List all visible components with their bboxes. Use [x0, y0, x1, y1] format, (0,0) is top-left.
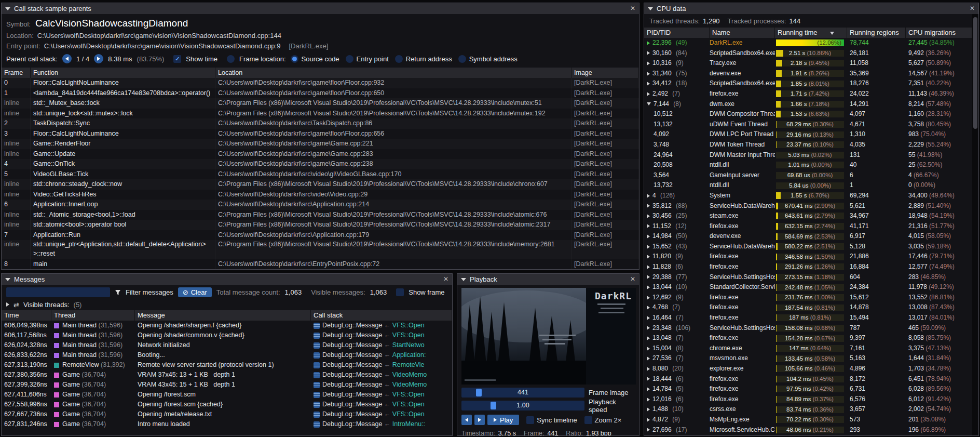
expand-arrow-icon[interactable]	[647, 326, 650, 330]
cpu-row[interactable]: 1,488 (10)csrss.exe83.74 ms (0.36%)3,657…	[644, 404, 972, 415]
expand-arrow-icon[interactable]	[647, 377, 650, 381]
expand-arrow-icon[interactable]	[647, 234, 650, 239]
cpu-row[interactable]: 29,388 (77)ServiceHub.SettingsHost273.15…	[644, 272, 972, 283]
callstack-row[interactable]: 4Game::OnTickC:\Users\wolf\Desktop\darkr…	[2, 159, 639, 169]
column-header[interactable]: Name	[710, 28, 775, 38]
show-frame-checkbox[interactable]	[396, 288, 404, 296]
prev-parent-button[interactable]	[62, 54, 72, 63]
callstack-row[interactable]: 2TaskDispatch::SyncC:\Users\wolf\Desktop…	[2, 118, 639, 129]
cpu-row[interactable]: 3,564GameInput server69.68 us (0.00%)64 …	[644, 170, 972, 181]
sync-timeline-checkbox[interactable]	[526, 416, 534, 424]
expand-arrow-icon[interactable]	[647, 296, 650, 300]
expand-arrow-icon[interactable]	[647, 407, 650, 412]
message-row[interactable]: 626,024,328nsMain thread (31,596)Network…	[2, 340, 452, 350]
cpu-row[interactable]: 4,872 (9)MsMpEng.exe70.22 ms (0.30%)5732…	[644, 415, 972, 425]
cpu-row[interactable]: 16,464 (7)firefox.exe187 ms (0.81%)15,49…	[644, 313, 972, 323]
column-header[interactable]: PID/TID	[644, 28, 710, 38]
visible-threads-label[interactable]: Visible threads:	[23, 301, 70, 309]
collapse-arrow-icon[interactable]	[461, 278, 466, 281]
message-row[interactable]: 627,831,246nsGame (36,704)Intro menu loa…	[2, 419, 452, 429]
clear-button[interactable]: ⊘ Clear	[178, 287, 212, 297]
column-header[interactable]: Frame	[2, 68, 31, 78]
cpu-row[interactable]: 27,536 (7)msvsmon.exe133.45 ms (0.58%)5,…	[644, 353, 972, 364]
scrollbar-thumb[interactable]	[973, 17, 977, 129]
column-header[interactable]: Running time	[775, 28, 847, 38]
prev-frame-button[interactable]	[461, 415, 472, 425]
message-row[interactable]: 627,558,996nsGame (36,704)Opening /fores…	[2, 400, 452, 409]
expand-arrow-icon[interactable]	[647, 306, 650, 310]
show-time-checkbox[interactable]	[173, 55, 181, 63]
message-row[interactable]: 627,380,356nsGame (36,704)VRAM 37x45: 13…	[2, 370, 452, 380]
cpu-row[interactable]: 4,092DWM LPC Port Thread29.16 ms (0.13%)…	[644, 129, 972, 140]
filter-input[interactable]	[6, 287, 110, 297]
expand-arrow-icon[interactable]	[647, 51, 650, 55]
expand-arrow-icon[interactable]	[647, 204, 650, 208]
cpu-row[interactable]: 34,412 (18)ScriptedSandbox64.exe1.85 s (…	[644, 78, 972, 89]
expand-arrow-icon[interactable]	[647, 255, 650, 259]
cpu-row[interactable]: 15,652 (43)ServiceHub.DataWarehous580.22…	[644, 242, 972, 252]
play-button[interactable]: Play	[487, 415, 519, 425]
cpu-row[interactable]: 24,964DWM Master Input Thread5.03 ms (0.…	[644, 150, 972, 161]
cpu-row[interactable]: 10,512DWM Compositor Thread1.53 s (6.63%…	[644, 109, 972, 120]
close-icon[interactable]: ✕	[970, 3, 975, 14]
callstack-row[interactable]: 6Application::InnerLoopC:\Users\wolf\Des…	[2, 200, 639, 210]
cpu-row[interactable]: 2,492 (7)firefox.exe1.71 s (7.42%)24,022…	[644, 89, 972, 99]
cpu-row[interactable]: 15,004 (8)chrome.exe147 ms (0.64%)7,1613…	[644, 343, 972, 354]
callstack-row[interactable]: inlineGame::UpdateC:\Users\wolf\Desktop\…	[2, 149, 639, 160]
column-header[interactable]: Time	[2, 310, 51, 321]
cpu-row[interactable]: 7,144 (8)dwm.exe1.66 s (7.18%)14,2918,21…	[644, 99, 972, 110]
expand-arrow-icon[interactable]	[647, 265, 650, 269]
callstack-row[interactable]: inlinestd::_Atomic_storage<bool,1>::load…	[2, 210, 639, 220]
expand-arrow-icon[interactable]	[647, 428, 650, 432]
message-row[interactable]: 606,117,568nsMain thread (31,596)Opening…	[2, 330, 452, 340]
cpu-row[interactable]: 4,768 (7)firefox.exe187.54 ms (0.81%)14,…	[644, 302, 972, 313]
message-row[interactable]: 626,833,622nsMain thread (31,596)Booting…	[2, 350, 452, 360]
radio-icon[interactable]	[346, 55, 353, 63]
expand-arrow-icon[interactable]	[647, 336, 650, 340]
cpu-row[interactable]: 23,348 (106)ServiceHub.SettingsHost158.0…	[644, 323, 972, 334]
close-icon[interactable]: ✕	[443, 274, 448, 285]
expand-arrow-icon[interactable]	[647, 61, 650, 65]
message-row[interactable]: 627,411,606nsGame (36,704)Opening /fores…	[2, 390, 452, 400]
cpu-row[interactable]: 13,044 (10)StandardCollector.Servic242.4…	[644, 282, 972, 293]
expand-arrow-icon[interactable]	[6, 302, 9, 307]
expand-arrow-icon[interactable]	[647, 275, 650, 279]
column-header[interactable]: Call stack	[311, 310, 452, 321]
cpu-row[interactable]: 14,784 (5)firefox.exe97.95 ms (0.42%)6,7…	[644, 384, 972, 394]
cpu-row[interactable]: 8,080 (20)explorer.exe105.66 ms (0.46%)4…	[644, 364, 972, 374]
cpu-row[interactable]: 20,508ntdll.dll1.01 ms (0.00%)4025 (62.5…	[644, 160, 972, 170]
column-header[interactable]: Thread	[51, 310, 135, 321]
callstack-row[interactable]: inlinestd::unique_ptr<Application,std::d…	[2, 240, 639, 259]
callstack-row[interactable]: inlinestd::_Mutex_base::lockC:\Program F…	[2, 98, 639, 109]
cpu-row[interactable]: 30,456 (25)steam.exe643.61 ms (2.79%)34,…	[644, 211, 972, 221]
callstack-row[interactable]: inlineinvoke_maind:\agent\_work\63\s\src…	[2, 270, 639, 270]
callstack-row[interactable]: 8mainC:\Users\wolf\Desktop\darkrl\src\En…	[2, 259, 639, 270]
column-header[interactable]: Message	[135, 310, 311, 321]
message-row[interactable]: 627,667,736nsGame (36,704)Opening /meta/…	[2, 409, 452, 419]
cpu-row[interactable]: 22,396 (49)DarkRL.exe(12.06%)78,74427,44…	[644, 38, 972, 48]
callstack-row[interactable]: inlinestd::atomic<bool>::operator boolC:…	[2, 220, 639, 230]
cpu-row[interactable]: 4 (126)System1.55 s (6.70%)69,29434,400 …	[644, 191, 972, 201]
radio-icon[interactable]	[458, 55, 466, 63]
cpu-row[interactable]: 11,828 (6)firefox.exe291.26 ms (1.26%)16…	[644, 262, 972, 272]
message-row[interactable]: 627,313,190nsRemoteView (31,392)Remote v…	[2, 360, 452, 370]
callstack-row[interactable]: 7Application::RunC:\Users\wolf\Desktop\d…	[2, 230, 639, 241]
callstack-row[interactable]: inlineGame::RenderFloorC:\Users\wolf\Des…	[2, 139, 639, 149]
expand-arrow-icon[interactable]	[647, 214, 650, 218]
cpu-row[interactable]: 11,152 (12)firefox.exe632.15 ms (2.74%)4…	[644, 221, 972, 232]
column-header[interactable]: Function	[31, 68, 215, 78]
expand-arrow-icon[interactable]	[647, 316, 650, 320]
callstack-row[interactable]: inlinestd::unique_lock<std::mutex>::lock…	[2, 109, 639, 119]
cpu-row[interactable]: 13,132uDWM Event Thread68.29 ms (0.30%)4…	[644, 120, 972, 130]
scrollbar[interactable]	[972, 14, 978, 435]
column-header[interactable]: Image	[571, 68, 639, 78]
cpu-row[interactable]: 10,316 (9)Tracy.exe2.18 s (9.45%)11,0585…	[644, 58, 972, 69]
cpu-row[interactable]: 30,160 (84)ScriptedSandbox64.exe2.51 s (…	[644, 48, 972, 59]
callstack-row[interactable]: inlineVideo::GetTicksHiResC:\Users\wolf\…	[2, 190, 639, 200]
expand-arrow-icon[interactable]	[647, 418, 650, 422]
message-row[interactable]: 627,399,326nsGame (36,704)VRAM 43x45: 15…	[2, 380, 452, 390]
cpu-row[interactable]: 31,340 (75)devenv.exe1.91 s (8.26%)35,36…	[644, 69, 972, 79]
frame-location-option[interactable]: Entry point	[346, 55, 389, 63]
next-parent-button[interactable]	[94, 54, 103, 63]
frame-location-option[interactable]: Source code	[291, 55, 339, 63]
